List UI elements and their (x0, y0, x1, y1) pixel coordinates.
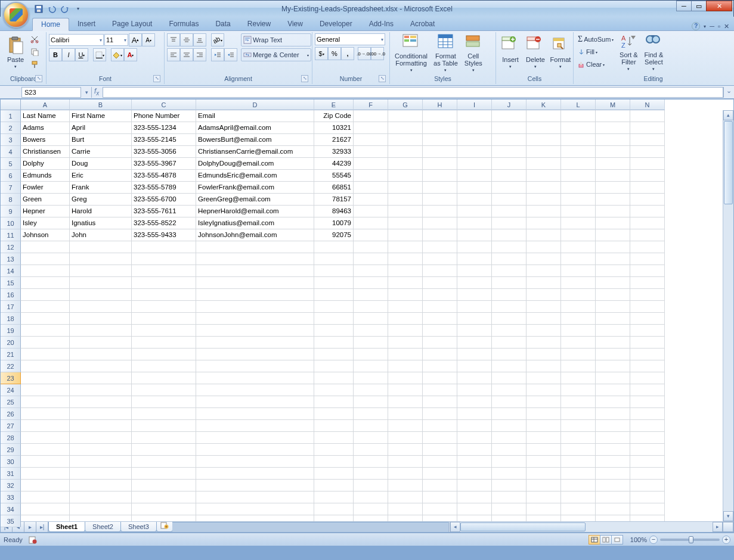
cell-B33[interactable] (70, 491, 132, 503)
cell-L8[interactable] (561, 194, 596, 206)
number-format-combo[interactable]: General▾ (315, 33, 385, 45)
cell-J1[interactable] (492, 110, 527, 122)
cell-I25[interactable] (457, 396, 492, 408)
cell-G3[interactable] (388, 134, 423, 146)
row-header-4[interactable]: 4 (1, 146, 21, 158)
cell-D29[interactable] (196, 444, 314, 456)
cell-D6[interactable]: EdmundsEric@email.com (196, 170, 314, 182)
delete-cells-button[interactable]: Delete▾ (524, 33, 547, 73)
cell-I1[interactable] (457, 110, 492, 122)
cell-J27[interactable] (492, 420, 527, 432)
cell-H14[interactable] (423, 265, 457, 277)
cell-N25[interactable] (630, 396, 665, 408)
cell-G33[interactable] (388, 491, 423, 503)
cell-A10[interactable]: Isley (21, 217, 70, 229)
cell-K22[interactable] (527, 360, 561, 372)
cell-G23[interactable] (388, 372, 423, 384)
font-launcher[interactable]: ⤡ (153, 75, 160, 82)
paste-button[interactable]: Paste▾ (4, 33, 27, 73)
cell-I31[interactable] (457, 468, 492, 480)
cell-H16[interactable] (423, 289, 457, 301)
cell-I32[interactable] (457, 480, 492, 491)
cell-I15[interactable] (457, 277, 492, 289)
new-sheet-button[interactable] (156, 522, 173, 532)
cell-J6[interactable] (492, 170, 527, 182)
row-header-22[interactable]: 22 (1, 360, 21, 372)
cell-M32[interactable] (596, 480, 630, 491)
row-header-16[interactable]: 16 (1, 289, 21, 301)
cell-I19[interactable] (457, 325, 492, 337)
cell-J5[interactable] (492, 158, 527, 170)
row-header-35[interactable]: 35 (1, 515, 21, 527)
scroll-down-button[interactable]: ▾ (723, 511, 733, 521)
cell-F10[interactable] (354, 217, 388, 229)
cell-H9[interactable] (423, 206, 457, 217)
cell-A26[interactable] (21, 408, 70, 420)
cell-M5[interactable] (596, 158, 630, 170)
cell-C3[interactable]: 323-555-2145 (132, 134, 196, 146)
cell-H8[interactable] (423, 194, 457, 206)
sheet-tab-sheet1[interactable]: Sheet1 (48, 522, 85, 532)
minimize-button[interactable]: ─ (676, 1, 692, 11)
cell-I23[interactable] (457, 372, 492, 384)
cell-K27[interactable] (527, 420, 561, 432)
cell-I20[interactable] (457, 337, 492, 349)
cell-B9[interactable]: Harold (70, 206, 132, 217)
row-header-23[interactable]: 23 (1, 372, 21, 384)
cell-D20[interactable] (196, 337, 314, 349)
cell-F13[interactable] (354, 253, 388, 265)
insert-cells-button[interactable]: Insert▾ (498, 33, 522, 73)
cell-B16[interactable] (70, 289, 132, 301)
cell-N9[interactable] (630, 206, 665, 217)
fx-icon[interactable]: fx (94, 87, 99, 97)
cell-D10[interactable]: IsleyIgnatius@email.com (196, 217, 314, 229)
cell-H12[interactable] (423, 241, 457, 253)
cell-L19[interactable] (561, 325, 596, 337)
cell-B8[interactable]: Greg (70, 194, 132, 206)
underline-button[interactable]: U▾ (75, 48, 88, 61)
cell-L35[interactable] (561, 515, 596, 521)
cell-N13[interactable] (630, 253, 665, 265)
cell-H19[interactable] (423, 325, 457, 337)
cell-B11[interactable]: John (70, 229, 132, 241)
cell-G2[interactable] (388, 122, 423, 134)
cell-L29[interactable] (561, 444, 596, 456)
cell-K34[interactable] (527, 503, 561, 515)
cell-C8[interactable]: 323-555-6700 (132, 194, 196, 206)
cell-H1[interactable] (423, 110, 457, 122)
cell-L22[interactable] (561, 360, 596, 372)
scroll-left-button[interactable]: ◂ (450, 522, 460, 532)
cell-G16[interactable] (388, 289, 423, 301)
cell-A11[interactable]: Johnson (21, 229, 70, 241)
cell-A23[interactable] (21, 372, 70, 384)
cell-G14[interactable] (388, 265, 423, 277)
page-layout-view-button[interactable] (600, 535, 612, 545)
cell-F24[interactable] (354, 384, 388, 396)
cell-M8[interactable] (596, 194, 630, 206)
align-bottom-button[interactable] (193, 33, 206, 46)
row-header-19[interactable]: 19 (1, 325, 21, 337)
cell-J15[interactable] (492, 277, 527, 289)
cell-M10[interactable] (596, 217, 630, 229)
cell-I8[interactable] (457, 194, 492, 206)
cell-D34[interactable] (196, 503, 314, 515)
cell-F16[interactable] (354, 289, 388, 301)
cell-I12[interactable] (457, 241, 492, 253)
cell-L26[interactable] (561, 408, 596, 420)
cell-A35[interactable] (21, 515, 70, 521)
cell-F31[interactable] (354, 468, 388, 480)
minimize-ribbon-icon[interactable]: ─ (710, 23, 714, 30)
undo-icon[interactable] (46, 3, 58, 15)
cell-B20[interactable] (70, 337, 132, 349)
cell-A6[interactable]: Edmunds (21, 170, 70, 182)
cell-D28[interactable] (196, 432, 314, 444)
cell-H22[interactable] (423, 360, 457, 372)
cell-E30[interactable] (314, 456, 354, 468)
cell-K20[interactable] (527, 337, 561, 349)
cell-N24[interactable] (630, 384, 665, 396)
cell-E28[interactable] (314, 432, 354, 444)
cell-A8[interactable]: Green (21, 194, 70, 206)
cell-B12[interactable] (70, 241, 132, 253)
cell-D8[interactable]: GreenGreg@email.com (196, 194, 314, 206)
cell-G27[interactable] (388, 420, 423, 432)
